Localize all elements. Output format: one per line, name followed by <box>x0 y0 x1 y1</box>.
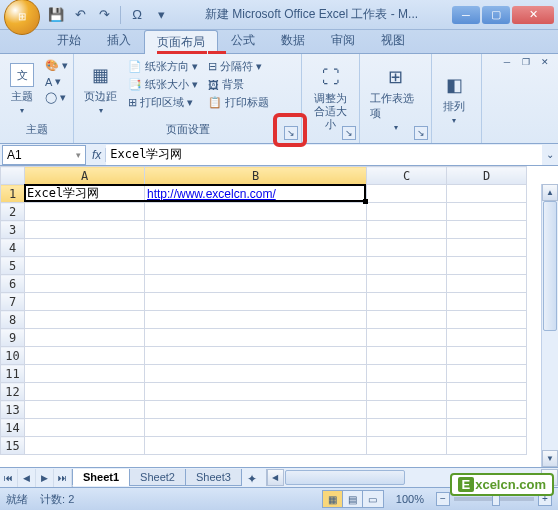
cell-C10[interactable] <box>367 347 447 365</box>
cell-B15[interactable] <box>145 437 367 455</box>
row-header-10[interactable]: 10 <box>1 347 25 365</box>
sheet-tab-2[interactable]: Sheet2 <box>129 469 186 486</box>
row-header-6[interactable]: 6 <box>1 275 25 293</box>
margins-button[interactable]: ▦ 页边距 ▾ <box>80 58 121 120</box>
cell-B7[interactable] <box>145 293 367 311</box>
cell-A11[interactable] <box>25 365 145 383</box>
cell-C7[interactable] <box>367 293 447 311</box>
column-header-B[interactable]: B <box>145 167 367 185</box>
cell-B10[interactable] <box>145 347 367 365</box>
doc-minimize-button[interactable]: ─ <box>498 55 516 69</box>
theme-fonts-button[interactable]: A▾ <box>42 74 71 89</box>
size-button[interactable]: 📑纸张大小 ▾ <box>125 76 201 93</box>
tab-insert[interactable]: 插入 <box>94 28 144 53</box>
scroll-left-button[interactable]: ◀ <box>267 469 284 486</box>
sheet-nav-first[interactable]: ⏮ <box>0 469 18 487</box>
cell-D13[interactable] <box>447 401 527 419</box>
maximize-button[interactable]: ▢ <box>482 6 510 24</box>
office-button[interactable]: ⊞ <box>4 0 40 35</box>
column-header-D[interactable]: D <box>447 167 527 185</box>
cell-C12[interactable] <box>367 383 447 401</box>
cell-B11[interactable] <box>145 365 367 383</box>
select-all-corner[interactable] <box>1 167 25 185</box>
cell-C4[interactable] <box>367 239 447 257</box>
cell-D9[interactable] <box>447 329 527 347</box>
cell-D6[interactable] <box>447 275 527 293</box>
row-header-4[interactable]: 4 <box>1 239 25 257</box>
scroll-up-button[interactable]: ▲ <box>542 184 558 201</box>
save-icon[interactable]: 💾 <box>46 5 66 25</box>
zoom-slider[interactable] <box>454 497 534 501</box>
cell-C6[interactable] <box>367 275 447 293</box>
page-setup-dialog-launcher[interactable]: ↘ <box>284 126 298 140</box>
cell-B12[interactable] <box>145 383 367 401</box>
cell-C11[interactable] <box>367 365 447 383</box>
cell-A5[interactable] <box>25 257 145 275</box>
cell-A14[interactable] <box>25 419 145 437</box>
worksheet-grid[interactable]: ABCD1Excel学习网http://www.excelcn.com/2345… <box>0 166 558 468</box>
cell-C5[interactable] <box>367 257 447 275</box>
print-titles-button[interactable]: 📋打印标题 <box>205 94 272 111</box>
undo-icon[interactable]: ↶ <box>70 5 90 25</box>
formula-input[interactable] <box>106 145 542 165</box>
cell-A13[interactable] <box>25 401 145 419</box>
cell-D1[interactable] <box>447 185 527 203</box>
cell-C2[interactable] <box>367 203 447 221</box>
normal-view-button[interactable]: ▦ <box>323 491 343 507</box>
cell-C1[interactable] <box>367 185 447 203</box>
cell-B1[interactable]: http://www.excelcn.com/ <box>145 185 367 203</box>
zoom-out-button[interactable]: − <box>436 492 450 506</box>
page-layout-view-button[interactable]: ▤ <box>343 491 363 507</box>
cell-A12[interactable] <box>25 383 145 401</box>
vertical-scrollbar[interactable]: ▲ ▼ <box>541 184 558 467</box>
row-header-13[interactable]: 13 <box>1 401 25 419</box>
scroll-thumb-vertical[interactable] <box>543 201 557 331</box>
cell-C3[interactable] <box>367 221 447 239</box>
scale-dialog-launcher[interactable]: ↘ <box>342 126 356 140</box>
orientation-button[interactable]: 📄纸张方向 ▾ <box>125 58 201 75</box>
tab-formulas[interactable]: 公式 <box>218 28 268 53</box>
print-area-button[interactable]: ⊞打印区域 ▾ <box>125 94 201 111</box>
theme-colors-button[interactable]: 🎨▾ <box>42 58 71 73</box>
doc-restore-button[interactable]: ❐ <box>517 55 535 69</box>
sheet-tab-1[interactable]: Sheet1 <box>72 469 130 486</box>
scroll-down-button[interactable]: ▼ <box>542 450 558 467</box>
cell-B13[interactable] <box>145 401 367 419</box>
cell-B6[interactable] <box>145 275 367 293</box>
zoom-level[interactable]: 100% <box>396 493 424 505</box>
cell-D3[interactable] <box>447 221 527 239</box>
cell-C15[interactable] <box>367 437 447 455</box>
cell-D4[interactable] <box>447 239 527 257</box>
cell-C13[interactable] <box>367 401 447 419</box>
row-header-12[interactable]: 12 <box>1 383 25 401</box>
row-header-9[interactable]: 9 <box>1 329 25 347</box>
tab-home[interactable]: 开始 <box>44 28 94 53</box>
qat-dropdown-icon[interactable]: ▾ <box>151 5 171 25</box>
row-header-1[interactable]: 1 <box>1 185 25 203</box>
cell-A4[interactable] <box>25 239 145 257</box>
cell-B4[interactable] <box>145 239 367 257</box>
close-button[interactable]: ✕ <box>512 6 554 24</box>
cell-D15[interactable] <box>447 437 527 455</box>
row-header-3[interactable]: 3 <box>1 221 25 239</box>
tab-review[interactable]: 审阅 <box>318 28 368 53</box>
cell-A6[interactable] <box>25 275 145 293</box>
new-sheet-button[interactable]: ✦ <box>242 472 262 486</box>
cell-C9[interactable] <box>367 329 447 347</box>
cell-A8[interactable] <box>25 311 145 329</box>
cell-D11[interactable] <box>447 365 527 383</box>
cell-D5[interactable] <box>447 257 527 275</box>
row-header-14[interactable]: 14 <box>1 419 25 437</box>
breaks-button[interactable]: ⊟分隔符 ▾ <box>205 58 272 75</box>
cell-A9[interactable] <box>25 329 145 347</box>
cell-A3[interactable] <box>25 221 145 239</box>
cell-D2[interactable] <box>447 203 527 221</box>
cell-A10[interactable] <box>25 347 145 365</box>
cell-C8[interactable] <box>367 311 447 329</box>
column-header-C[interactable]: C <box>367 167 447 185</box>
name-box[interactable]: A1▾ <box>2 145 86 165</box>
sheet-nav-prev[interactable]: ◀ <box>18 469 36 487</box>
row-header-11[interactable]: 11 <box>1 365 25 383</box>
row-header-15[interactable]: 15 <box>1 437 25 455</box>
sheet-tab-3[interactable]: Sheet3 <box>185 469 242 486</box>
